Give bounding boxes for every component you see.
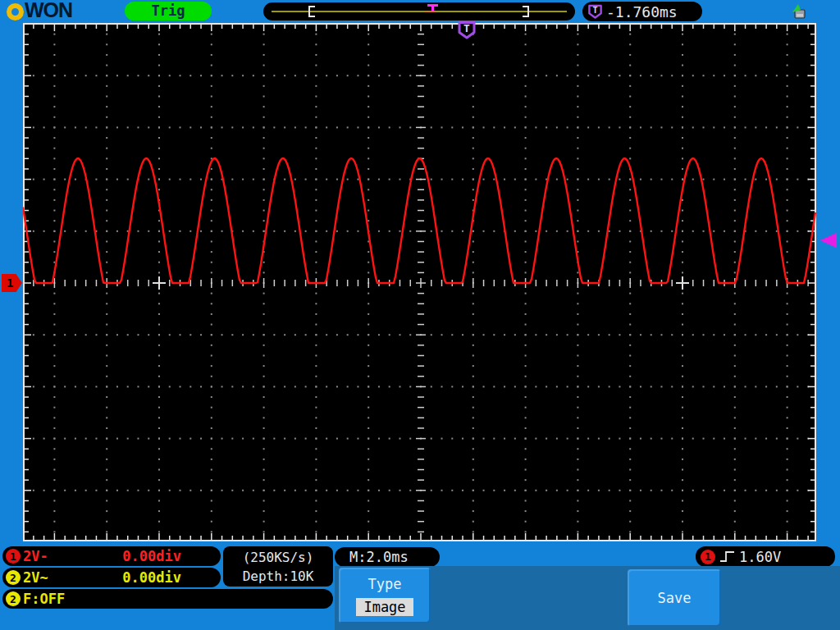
record-window-right-bracket (523, 6, 529, 17)
channel2-position: 0.00div (122, 569, 181, 586)
trigger-level-readout: 1 1.60V (696, 546, 835, 567)
type-label: Type (368, 576, 402, 592)
channel1-status-pill: 1 2V- 0.00div (2, 546, 221, 566)
trigger-offset-value: -1.760ms (606, 3, 678, 21)
rising-edge-icon (719, 550, 736, 564)
usb-storage-icon (789, 2, 807, 21)
svg-text:T: T (463, 22, 470, 34)
trigger-level-value: 1.60V (739, 549, 781, 565)
channel2-status-pill: 2 2V~ 0.00div (2, 568, 221, 587)
record-trigger-tick (424, 11, 436, 12)
trigger-position-shield-icon: T (457, 21, 477, 39)
fft-status: F:OFF (23, 591, 65, 607)
acquisition-info-box: (250KS/s) Depth:10K (223, 546, 333, 587)
type-button[interactable]: Type Image (339, 568, 431, 623)
record-trigger-marker-icon (427, 4, 438, 11)
timebase-readout: M:2.0ms (335, 547, 440, 567)
channel1-scale: 2V- (23, 548, 48, 564)
trigger-level-arrow-icon (819, 232, 837, 249)
owon-logo: WON (7, 1, 72, 22)
save-label: Save (658, 590, 692, 606)
trigger-source-badge: 1 (701, 550, 715, 564)
graticule (23, 23, 816, 541)
record-position-bar (263, 2, 575, 21)
channel2-scale: 2V~ (23, 569, 48, 586)
top-status-bar: WON Trig T -1.760ms (0, 0, 840, 23)
record-window-left-bracket (308, 6, 315, 17)
channel2-badge: 2 (6, 570, 21, 585)
sample-rate: (250KS/s) (243, 548, 314, 567)
waveform-display-area (23, 23, 816, 541)
memory-depth: Depth:10K (243, 567, 314, 586)
channel1-zero-marker: 1 (2, 274, 22, 292)
channel1-position: 0.00div (122, 548, 181, 564)
svg-text:T: T (592, 5, 597, 15)
type-selected-value: Image (356, 598, 413, 616)
fft-status-pill: 2 F:OFF (2, 589, 333, 609)
owon-logo-o-icon (7, 3, 24, 21)
oscilloscope-screen: WON Trig T -1.760ms (0, 0, 840, 630)
fft-badge: 2 (6, 591, 21, 606)
trigger-shield-icon: T (587, 3, 603, 20)
trigger-offset-readout: T -1.760ms (582, 2, 702, 21)
channel1-badge: 1 (6, 549, 21, 564)
owon-logo-text: WON (25, 0, 72, 22)
save-button[interactable]: Save (628, 569, 721, 627)
trig-status-badge: Trig (125, 2, 212, 21)
